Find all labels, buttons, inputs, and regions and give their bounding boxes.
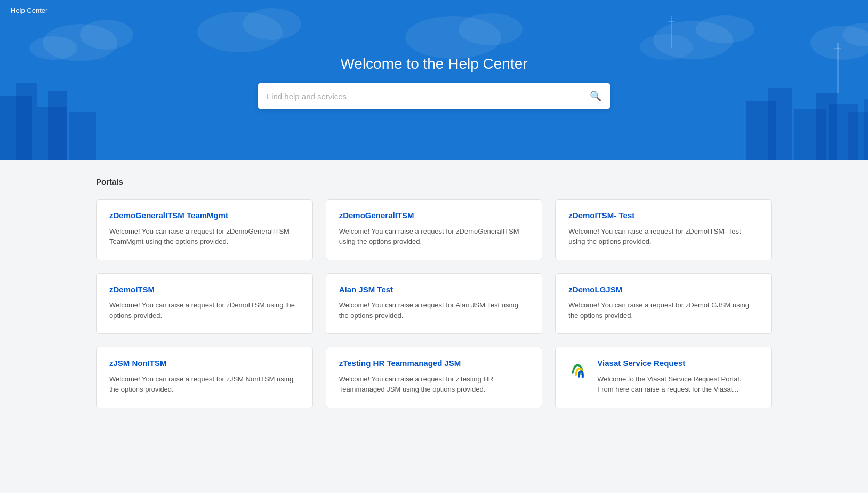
portal-card-text: zDemoITSM Welcome! You can raise a reque… [109, 284, 300, 321]
portal-card-desc: Welcome! You can raise a request for zTe… [339, 374, 529, 395]
hero-section: Help Center [0, 0, 868, 160]
hero-title: Welcome to the Help Center [340, 55, 527, 73]
portal-card-title: zDemoITSM- Test [568, 210, 759, 221]
portals-grid: zDemoGeneralITSM TeamMgmt Welcome! You c… [96, 199, 772, 408]
portal-card[interactable]: zDemoITSM Welcome! You can raise a reque… [96, 273, 313, 335]
hero-content: Welcome to the Help Center 🔍 [0, 20, 868, 160]
portal-card[interactable]: zDemoITSM- Test Welcome! You can raise a… [555, 199, 772, 260]
portal-logo [568, 358, 590, 379]
portal-card-text: zDemoITSM- Test Welcome! You can raise a… [568, 210, 759, 247]
portal-card-desc: Welcome! You can raise a request for zDe… [109, 300, 300, 321]
portal-card-desc: Welcome! You can raise a request for zDe… [568, 226, 759, 247]
portal-card[interactable]: zDemoGeneralITSM TeamMgmt Welcome! You c… [96, 199, 313, 260]
portal-card-title: zDemoGeneralITSM [339, 210, 529, 221]
portals-label: Portals [96, 177, 772, 186]
portal-card[interactable]: Alan JSM Test Welcome! You can raise a r… [326, 273, 543, 335]
search-bar[interactable]: 🔍 [258, 83, 610, 109]
portal-card-title: zTesting HR Teammanaged JSM [339, 358, 529, 369]
portal-card[interactable]: zJSM NonITSM Welcome! You can raise a re… [96, 347, 313, 408]
portal-card-text: zDemoGeneralITSM Welcome! You can raise … [339, 210, 529, 247]
portal-card-desc: Welcome! You can raise a request for zDe… [568, 300, 759, 321]
search-icon[interactable]: 🔍 [590, 90, 601, 102]
portal-card-desc: Welcome to the Viasat Service Request Po… [597, 374, 759, 395]
portal-card-text: zDemoGeneralITSM TeamMgmt Welcome! You c… [109, 210, 300, 247]
portal-card-text: Viasat Service Request Welcome to the Vi… [597, 358, 759, 395]
search-input[interactable] [267, 92, 590, 101]
portal-card-text: zTesting HR Teammanaged JSM Welcome! You… [339, 358, 529, 395]
main-content: Portals zDemoGeneralITSM TeamMgmt Welcom… [0, 160, 868, 493]
portal-card-desc: Welcome! You can raise a request for zJS… [109, 374, 300, 395]
nav-title: Help Center [11, 6, 47, 14]
portal-card-title: Alan JSM Test [339, 284, 529, 295]
portal-card-desc: Welcome! You can raise a request for zDe… [339, 226, 529, 247]
portal-card-title: zDemoLGJSM [568, 284, 759, 295]
portal-card[interactable]: Viasat Service Request Welcome to the Vi… [555, 347, 772, 408]
portal-card[interactable]: zTesting HR Teammanaged JSM Welcome! You… [326, 347, 543, 408]
portal-card-desc: Welcome! You can raise a request for Ala… [339, 300, 529, 321]
portal-card-title: zDemoITSM [109, 284, 300, 295]
portal-card-title: zJSM NonITSM [109, 358, 300, 369]
portal-card-text: Alan JSM Test Welcome! You can raise a r… [339, 284, 529, 321]
portal-card-title: zDemoGeneralITSM TeamMgmt [109, 210, 300, 221]
portal-card[interactable]: zDemoGeneralITSM Welcome! You can raise … [326, 199, 543, 260]
portal-card-desc: Welcome! You can raise a request for zDe… [109, 226, 300, 247]
portal-card-text: zJSM NonITSM Welcome! You can raise a re… [109, 358, 300, 395]
portal-card[interactable]: zDemoLGJSM Welcome! You can raise a requ… [555, 273, 772, 335]
portal-card-title: Viasat Service Request [597, 358, 759, 369]
portal-card-text: zDemoLGJSM Welcome! You can raise a requ… [568, 284, 759, 321]
nav-bar: Help Center [0, 0, 868, 20]
